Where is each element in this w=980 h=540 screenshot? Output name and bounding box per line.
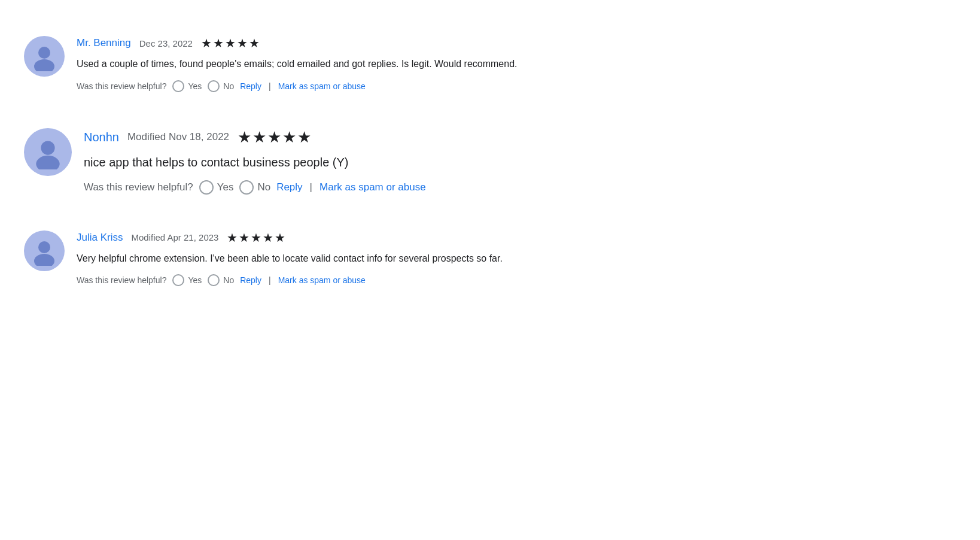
yes-radio[interactable] xyxy=(172,80,184,92)
reply-link[interactable]: Reply xyxy=(276,181,302,193)
reviewer-name[interactable]: Nonhn xyxy=(84,131,119,144)
no-option[interactable]: No xyxy=(208,80,234,92)
no-radio[interactable] xyxy=(239,180,254,195)
star-icon: ★ xyxy=(282,128,296,147)
no-label: No xyxy=(257,181,270,193)
pipe-divider: | xyxy=(310,181,312,193)
avatar xyxy=(24,36,65,77)
svg-point-1 xyxy=(34,59,54,71)
yes-option[interactable]: Yes xyxy=(172,274,202,286)
star-rating: ★★★★★ xyxy=(227,230,285,245)
yes-label: Yes xyxy=(217,181,234,193)
star-icon: ★ xyxy=(297,128,311,147)
review-header: Nonhn Modified Nov 18, 2022 ★★★★★ xyxy=(84,128,956,147)
review-item: Julia Kriss Modified Apr 21, 2023 ★★★★★ … xyxy=(24,213,956,305)
no-radio[interactable] xyxy=(208,274,220,286)
star-icon: ★ xyxy=(225,36,236,50)
reviewer-name[interactable]: Mr. Benning xyxy=(77,37,131,49)
reply-link[interactable]: Reply xyxy=(240,81,261,91)
review-item: Nonhn Modified Nov 18, 2022 ★★★★★ nice a… xyxy=(24,110,956,213)
no-radio[interactable] xyxy=(208,80,220,92)
star-rating: ★★★★★ xyxy=(238,128,311,147)
yes-option[interactable]: Yes xyxy=(172,80,202,92)
review-content: Mr. Benning Dec 23, 2022 ★★★★★ Used a co… xyxy=(77,36,956,92)
yes-label: Yes xyxy=(188,81,202,91)
review-date: Modified Apr 21, 2023 xyxy=(131,232,218,242)
spam-link[interactable]: Mark as spam or abuse xyxy=(319,181,426,193)
svg-point-2 xyxy=(41,141,54,154)
review-content: Julia Kriss Modified Apr 21, 2023 ★★★★★ … xyxy=(77,230,956,287)
star-rating: ★★★★★ xyxy=(201,36,260,50)
star-icon: ★ xyxy=(238,128,251,147)
yes-label: Yes xyxy=(188,275,202,285)
no-label: No xyxy=(223,275,234,285)
pipe-divider: | xyxy=(269,275,271,285)
spam-link[interactable]: Mark as spam or abuse xyxy=(278,81,366,91)
star-icon: ★ xyxy=(227,230,238,245)
star-icon: ★ xyxy=(251,230,261,245)
star-icon: ★ xyxy=(267,128,281,147)
star-icon: ★ xyxy=(249,36,260,50)
svg-point-5 xyxy=(34,254,54,266)
avatar xyxy=(24,128,72,176)
review-item: Mr. Benning Dec 23, 2022 ★★★★★ Used a co… xyxy=(24,18,956,110)
review-list: Mr. Benning Dec 23, 2022 ★★★★★ Used a co… xyxy=(24,18,956,304)
yes-radio[interactable] xyxy=(172,274,184,286)
svg-point-4 xyxy=(38,241,50,253)
review-footer: Was this review helpful? Yes No Reply | … xyxy=(77,274,956,286)
helpful-label: Was this review helpful? xyxy=(77,81,166,91)
svg-point-0 xyxy=(38,47,50,59)
star-icon: ★ xyxy=(252,128,266,147)
review-footer: Was this review helpful? Yes No Reply | … xyxy=(77,80,956,92)
no-option[interactable]: No xyxy=(208,274,234,286)
review-header: Mr. Benning Dec 23, 2022 ★★★★★ xyxy=(77,36,956,50)
review-date: Dec 23, 2022 xyxy=(139,38,193,48)
no-label: No xyxy=(223,81,234,91)
review-text: Very helpful chrome extension. I've been… xyxy=(77,251,956,266)
helpful-label: Was this review helpful? xyxy=(77,275,166,285)
star-icon: ★ xyxy=(239,230,249,245)
pipe-divider: | xyxy=(269,81,271,91)
review-header: Julia Kriss Modified Apr 21, 2023 ★★★★★ xyxy=(77,230,956,245)
star-icon: ★ xyxy=(237,36,248,50)
review-text: Used a couple of times, found people's e… xyxy=(77,56,956,72)
spam-link[interactable]: Mark as spam or abuse xyxy=(278,275,366,285)
reviewer-name[interactable]: Julia Kriss xyxy=(77,232,123,244)
no-option[interactable]: No xyxy=(239,180,270,195)
star-icon: ★ xyxy=(263,230,273,245)
review-content: Nonhn Modified Nov 18, 2022 ★★★★★ nice a… xyxy=(84,128,956,195)
review-date: Modified Nov 18, 2022 xyxy=(127,131,229,143)
yes-radio[interactable] xyxy=(199,180,214,195)
yes-option[interactable]: Yes xyxy=(199,180,234,195)
helpful-label: Was this review helpful? xyxy=(84,181,193,193)
star-icon: ★ xyxy=(213,36,224,50)
reply-link[interactable]: Reply xyxy=(240,275,261,285)
review-footer: Was this review helpful? Yes No Reply | … xyxy=(84,180,956,195)
review-text: nice app that helps to contact business … xyxy=(84,153,956,172)
star-icon: ★ xyxy=(201,36,212,50)
avatar xyxy=(24,230,65,271)
star-icon: ★ xyxy=(275,230,285,245)
svg-point-3 xyxy=(36,155,59,169)
